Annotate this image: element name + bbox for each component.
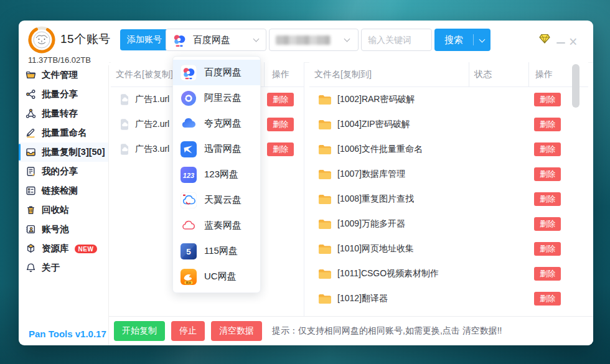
quark-drive-icon bbox=[181, 116, 197, 132]
delete-button[interactable]: 删除 bbox=[534, 267, 561, 281]
table-row[interactable]: [1012]翻译器 删除 bbox=[309, 286, 588, 311]
folder-icon bbox=[318, 95, 332, 105]
search-button[interactable]: 搜索 bbox=[434, 34, 473, 46]
sidebar-item-account-pool[interactable]: 账号池 bbox=[19, 220, 108, 239]
url-file-icon bbox=[120, 94, 129, 105]
folder-icon bbox=[318, 119, 332, 130]
dropdown-item-xunlei[interactable]: 迅雷网盘 bbox=[173, 136, 260, 162]
column-header-action: 操作 bbox=[264, 62, 304, 86]
account-card-icon bbox=[26, 224, 36, 235]
folder-icon bbox=[318, 169, 332, 180]
minimize-button[interactable] bbox=[556, 42, 565, 44]
dropdown-item-aliyun[interactable]: 阿里云盘 bbox=[173, 85, 260, 111]
search-split-button[interactable]: 搜索 bbox=[434, 29, 490, 51]
start-copy-button[interactable]: 开始复制 bbox=[114, 321, 165, 341]
folder-icon bbox=[318, 269, 332, 279]
file-name: 广告1.url bbox=[135, 94, 169, 105]
stop-button[interactable]: 停止 bbox=[171, 321, 205, 341]
sidebar-item-batch-share[interactable]: 批量分享 bbox=[19, 85, 108, 104]
close-button[interactable]: × bbox=[569, 32, 577, 51]
rename-pen-icon bbox=[26, 128, 36, 138]
dropdown-item-uc[interactable]: 网盘 UC网盘 bbox=[173, 264, 260, 289]
drive-dropdown-menu: 百度网盘 阿里云盘 夸克网盘 迅雷网盘 123 123网盘 bbox=[172, 56, 261, 293]
account-count: 15个账号 bbox=[60, 31, 111, 47]
vertical-scrollbar-thumb[interactable] bbox=[572, 64, 580, 108]
sidebar-item-file-manage[interactable]: 文件管理 bbox=[19, 65, 108, 85]
dropdown-item-tianyi[interactable]: 天翼云盘 bbox=[173, 187, 260, 213]
folder-name: [1008]重复图片查找 bbox=[337, 194, 414, 205]
table-row[interactable]: [1009]万能多开器 删除 bbox=[309, 212, 588, 236]
pan123-icon: 123 bbox=[181, 167, 197, 183]
delete-button[interactable]: 删除 bbox=[534, 292, 561, 306]
drive-select-value: 百度网盘 bbox=[193, 34, 230, 46]
folder-icon bbox=[318, 219, 332, 230]
delete-button[interactable]: 删除 bbox=[534, 192, 561, 207]
dropdown-item-lanzou[interactable]: 蓝奏网盘 bbox=[173, 213, 260, 238]
table-row[interactable]: [1011]CSGO视频素材制作 删除 bbox=[309, 261, 588, 286]
sidebar-item-batch-copy[interactable]: 批量复制[3][50] bbox=[19, 142, 108, 162]
lanzou-cloud-icon bbox=[181, 218, 197, 234]
table-row[interactable]: [1010]网页地址收集 删除 bbox=[309, 236, 588, 261]
dropdown-item-quark[interactable]: 夸克网盘 bbox=[173, 111, 260, 136]
search-dropdown-caret[interactable] bbox=[474, 39, 490, 42]
table-row[interactable]: [1006]文件批量重命名 删除 bbox=[309, 137, 588, 162]
app-version: Pan Tools v1.0.17 bbox=[29, 329, 106, 339]
target-rows: [1002]RAR密码破解 删除 [1004]ZIP密码破解 bbox=[309, 87, 588, 311]
delete-button[interactable]: 删除 bbox=[267, 93, 294, 107]
share-icon bbox=[26, 89, 36, 100]
delete-button[interactable]: 删除 bbox=[534, 167, 561, 182]
delete-button[interactable]: 删除 bbox=[534, 242, 561, 256]
sidebar-item-about[interactable]: 关于 bbox=[19, 258, 108, 278]
folder-name: [1012]翻译器 bbox=[337, 293, 388, 304]
storage-usage: 11.37TB/16.02TB bbox=[28, 55, 91, 65]
bell-icon bbox=[26, 263, 36, 273]
vip-gem-icon[interactable] bbox=[539, 34, 550, 44]
clear-data-button[interactable]: 清空数据 bbox=[211, 321, 262, 341]
chevron-down-icon bbox=[479, 36, 486, 42]
folder-icon bbox=[318, 294, 332, 304]
svg-text:5: 5 bbox=[186, 247, 191, 256]
keyword-input[interactable] bbox=[361, 29, 432, 51]
delete-button[interactable]: 删除 bbox=[534, 118, 561, 132]
checklist-icon bbox=[26, 185, 36, 196]
dropdown-item-baidu[interactable]: 百度网盘 bbox=[173, 60, 260, 85]
folder-name: [1010]网页地址收集 bbox=[337, 243, 414, 254]
folder-name: [1011]CSGO视频素材制作 bbox=[337, 268, 439, 279]
table-row[interactable]: [1007]数据库管理 删除 bbox=[309, 162, 588, 187]
sidebar-item-batch-rename[interactable]: 批量重命名 bbox=[19, 123, 108, 142]
table-row-partial[interactable] bbox=[309, 311, 588, 316]
document-icon bbox=[26, 166, 36, 177]
table-row[interactable]: [1008]重复图片查找 删除 bbox=[309, 187, 588, 212]
dropdown-item-123pan[interactable]: 123 123网盘 bbox=[173, 162, 260, 187]
column-header-status: 状态 bbox=[469, 62, 528, 86]
folder-name: [1007]数据库管理 bbox=[337, 169, 405, 180]
delete-button[interactable]: 删除 bbox=[267, 118, 294, 132]
folder-icon bbox=[318, 194, 332, 205]
sidebar-item-recycle-bin[interactable]: 回收站 bbox=[19, 200, 108, 220]
sidebar: 文件管理 批量分享 批量转存 批量重命名 批量复制[3][50] 我的分享 链接… bbox=[19, 65, 109, 345]
delete-button[interactable]: 删除 bbox=[534, 142, 561, 157]
chevron-down-icon bbox=[253, 36, 260, 42]
aliyun-drive-icon bbox=[181, 90, 197, 106]
file-name: 广告2.url bbox=[135, 119, 169, 130]
table-row[interactable]: [1002]RAR密码破解 删除 bbox=[309, 87, 588, 112]
drive-select[interactable]: 百度网盘 bbox=[166, 29, 266, 51]
target-table-header: 文件名[复制到] 状态 操作 bbox=[309, 62, 588, 87]
sidebar-item-resource-library[interactable]: 资源库 NEW bbox=[19, 239, 108, 258]
app-logo bbox=[27, 26, 56, 54]
folder-name: [1006]文件批量重命名 bbox=[337, 144, 423, 155]
svg-text:123: 123 bbox=[183, 171, 194, 179]
sidebar-item-link-check[interactable]: 链接检测 bbox=[19, 181, 108, 200]
sidebar-item-batch-transfer[interactable]: 批量转存 bbox=[19, 104, 108, 123]
delete-button[interactable]: 删除 bbox=[267, 142, 294, 157]
chevron-down-icon bbox=[344, 36, 350, 42]
sidebar-item-my-shares[interactable]: 我的分享 bbox=[19, 162, 108, 181]
delete-button[interactable]: 删除 bbox=[534, 217, 561, 231]
target-folder-table: 文件名[复制到] 状态 操作 [1002]RAR密码破解 删除 bbox=[309, 62, 588, 316]
table-row[interactable]: [1004]ZIP密码破解 删除 bbox=[309, 112, 588, 137]
dropdown-item-115pan[interactable]: 5 115网盘 bbox=[173, 238, 260, 264]
copy-tray-icon bbox=[26, 147, 36, 157]
add-account-button[interactable]: 添加账号 bbox=[120, 29, 169, 50]
account-select[interactable] bbox=[269, 29, 359, 51]
delete-button[interactable]: 删除 bbox=[534, 93, 561, 107]
